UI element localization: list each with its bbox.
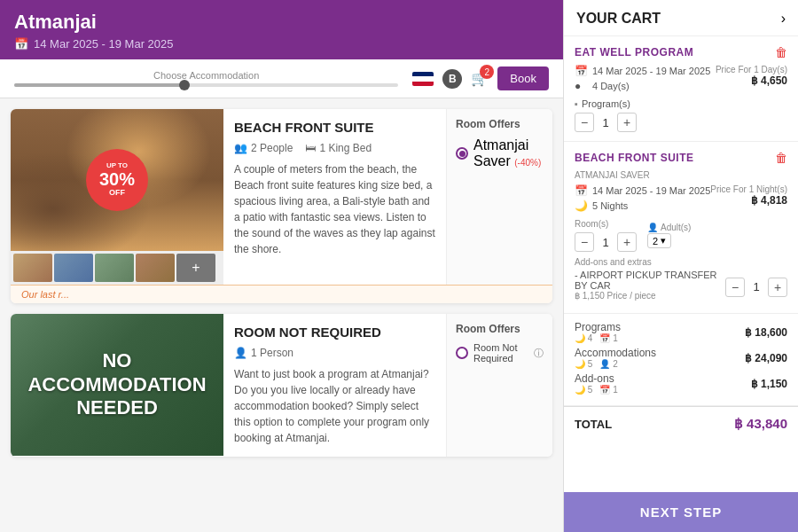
addon-airport-row: - AIRPORT PICKUP TRANSFER BY CAR ฿ 1,150… [575, 270, 787, 301]
rooms-decrease-button[interactable]: − [575, 232, 594, 252]
beach-front-image: UP TO 30% OFF [11, 109, 223, 251]
people-meta: 👥 2 People [234, 142, 293, 154]
adults-label-row: 👤 Adult(s) [647, 223, 691, 232]
thumbnail-2[interactable] [54, 254, 93, 282]
prog-days: 4 [588, 333, 593, 343]
addon-qty2: 1 [613, 385, 618, 395]
no-accom-title: ROOM NOT REQUIRED [234, 325, 435, 340]
bf-nights: 5 Nights [592, 200, 628, 211]
discount-percent: 30% [99, 169, 135, 189]
beach-front-suite-card: UP TO 30% OFF + BEACH FRONT SUITE [11, 109, 552, 303]
rooms-increase-button[interactable]: + [617, 232, 637, 252]
cart-header: YOUR CART › [564, 0, 798, 36]
progress-track [14, 83, 398, 87]
hotel-title: Atmanjai [14, 11, 549, 34]
program-icon: ▪ [575, 98, 578, 109]
progress-thumb [179, 80, 190, 90]
beach-front-image-section: UP TO 30% OFF + [11, 109, 223, 285]
bf-price-label: Price For 1 Night(s) [710, 184, 787, 194]
room-not-required-offer[interactable]: Room Not Required ⓘ [456, 342, 544, 364]
eat-well-dates-days: 📅 14 Mar 2025 - 19 Mar 2025 ● 4 Day(s) [575, 65, 710, 95]
cart-panel: YOUR CART › EAT WELL PROGRAM 🗑 📅 14 Mar … [563, 0, 798, 532]
adults-dropdown[interactable]: 2 ▾ [647, 233, 671, 248]
eat-well-delete-button[interactable]: 🗑 [775, 45, 787, 59]
language-flag-icon[interactable] [412, 72, 434, 86]
cart-button[interactable]: 🛒 2 [471, 70, 489, 87]
hotel-header: Atmanjai 📅 14 Mar 2025 - 19 Mar 2025 [0, 0, 563, 59]
programs-sub-row: 🌙 4 📅 1 [575, 333, 621, 343]
discount-badge: UP TO 30% OFF [86, 149, 148, 211]
no-accom-offers: Room Offers Room Not Required ⓘ [446, 314, 552, 457]
bf-price: ฿ 4,818 [710, 194, 787, 207]
eat-well-qty-stepper[interactable]: − 1 + [575, 113, 787, 132]
eat-well-section: EAT WELL PROGRAM 🗑 📅 14 Mar 2025 - 19 Ma… [564, 36, 798, 142]
beach-front-info: BEACH FRONT SUITE 👥 2 People 🛏 1 King Be… [223, 109, 446, 285]
moon-icon: 🌙 [575, 200, 587, 212]
next-step-button[interactable]: NEXT STEP [564, 492, 798, 532]
eat-well-days-row: ● 4 Day(s) [575, 80, 710, 92]
rooms-stepper[interactable]: − 1 + [575, 232, 637, 252]
beach-front-title: BEACH FRONT SUITE [234, 120, 435, 135]
atmanjai-saver-offer[interactable]: Atmanjai Saver (-40%) [456, 137, 544, 169]
no-accom-meta: 👤 1 Person [234, 347, 435, 359]
addon-price: ฿ 1,150 Price / piece [575, 291, 725, 301]
header-dates: 📅 14 Mar 2025 - 19 Mar 2025 [14, 37, 549, 51]
eat-well-header: EAT WELL PROGRAM 🗑 [575, 45, 787, 59]
addon-name-price: - AIRPORT PICKUP TRANSFER BY CAR ฿ 1,150… [575, 270, 725, 301]
cart-expand-icon[interactable]: › [781, 11, 786, 27]
addon-qty: 1 [750, 280, 763, 293]
addon-moon-icon: 🌙 [575, 385, 585, 395]
beach-front-nights-row: 🌙 5 Nights [575, 200, 710, 212]
room-not-required-card: NO ACCOMMODATION NEEDED ROOM NOT REQUIRE… [11, 314, 552, 457]
eat-well-date-range: 14 Mar 2025 - 19 Mar 2025 [592, 66, 710, 76]
nav-icons: B 🛒 2 Book [412, 66, 549, 90]
chevron-down-icon: ▾ [661, 235, 666, 246]
no-accom-people-count: 1 Person [251, 347, 293, 359]
no-accom-info-icon[interactable]: ⓘ [534, 347, 544, 360]
accommodations-total-value: ฿ 24,090 [745, 352, 787, 364]
bf-calendar-icon: 📅 [575, 184, 587, 197]
cart-count-badge: 2 [480, 65, 494, 79]
no-accom-radio-button[interactable] [456, 347, 468, 359]
beach-front-desc: A couple of meters from the beach, the B… [234, 161, 435, 257]
programs-label: Programs [575, 321, 621, 333]
accom-nights: 5 [588, 359, 593, 369]
book-now-button[interactable]: Book [497, 66, 549, 90]
bed-meta: 🛏 1 King Bed [305, 142, 372, 154]
eat-well-decrease-button[interactable]: − [575, 113, 594, 132]
progress-label: Choose Accommodation [14, 70, 398, 81]
addon-nights: 5 [588, 385, 593, 395]
beach-front-dates-price: 📅 14 Mar 2025 - 19 Mar 2025 🌙 5 Nights P… [575, 184, 787, 215]
accommodations-label: Accommodations [575, 347, 656, 359]
no-accom-offers-title: Room Offers [456, 323, 544, 335]
last-rooms-banner: Our last r... [11, 285, 552, 303]
thumbnail-1[interactable] [13, 254, 52, 282]
progress-container: Choose Accommodation [14, 70, 398, 87]
total-value: ฿ 43,840 [734, 416, 787, 432]
offer-radio-button[interactable] [456, 147, 468, 160]
prog-moon-icon: 🌙 [575, 333, 585, 343]
currency-badge[interactable]: B [442, 69, 462, 89]
addon-decrease-button[interactable]: − [725, 278, 745, 297]
thumbnail-3[interactable] [95, 254, 134, 282]
beach-front-delete-button[interactable]: 🗑 [775, 151, 787, 165]
accommodations-label-block: Accommodations 🌙 5 👤 2 [575, 347, 656, 369]
thumbnail-4[interactable] [136, 254, 175, 282]
beach-front-cart-title: BEACH FRONT SUITE [575, 152, 694, 164]
bf-date-range: 14 Mar 2025 - 19 Mar 2025 [592, 185, 710, 196]
people-count: 2 People [251, 142, 293, 154]
grand-total-row: TOTAL ฿ 43,840 [564, 406, 798, 441]
addon-cal-icon: 📅 [599, 385, 610, 395]
addon-increase-button[interactable]: + [768, 278, 787, 297]
no-accom-info: ROOM NOT REQUIRED 👤 1 Person Want to jus… [223, 314, 446, 457]
totals-section: Programs 🌙 4 📅 1 ฿ 18,600 [564, 314, 798, 406]
thumbnail-more[interactable]: + [176, 254, 215, 282]
eat-well-increase-button[interactable]: + [617, 113, 637, 132]
room-thumbnails: + [11, 251, 223, 285]
addon-stepper[interactable]: − 1 + [725, 278, 787, 297]
programs-days-count: 🌙 4 [575, 333, 592, 343]
rooms-qty: 1 [599, 236, 612, 249]
accommodations-total-row: Accommodations 🌙 5 👤 2 ฿ 24,090 [575, 347, 787, 369]
addons-total-value: ฿ 1,150 [751, 378, 787, 390]
eat-well-qty: 1 [599, 116, 612, 129]
